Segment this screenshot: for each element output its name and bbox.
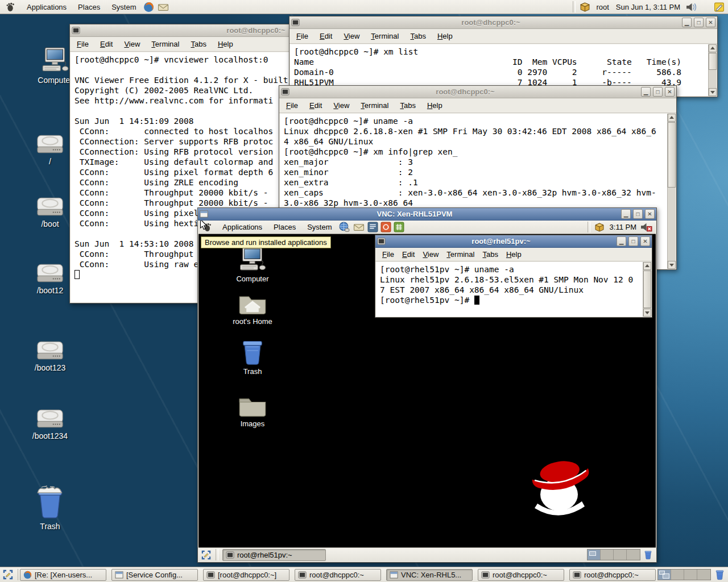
menu-help[interactable]: Help	[437, 32, 453, 40]
clock[interactable]: Sun Jun 1, 3:11 PM	[613, 0, 684, 14]
menu-view[interactable]: View	[423, 250, 439, 259]
close-button[interactable]: ✕	[640, 236, 650, 246]
scroll-thumb[interactable]	[668, 122, 676, 188]
titlebar[interactable]: root@rhel51pv:~ ▁□✕	[375, 235, 652, 248]
remote-icon-computer[interactable]: Computer	[231, 247, 274, 283]
trash-applet-icon[interactable]	[713, 567, 727, 582]
workspace-1[interactable]	[588, 550, 601, 560]
workspace-3[interactable]	[684, 569, 697, 580]
remote-impress-launcher-icon[interactable]	[379, 221, 392, 234]
desktop-icon-root-drive[interactable]: /	[29, 133, 71, 166]
menu-terminal[interactable]: Terminal	[151, 40, 179, 48]
workspace-2[interactable]	[601, 550, 614, 560]
volume-icon[interactable]	[684, 0, 700, 14]
remote-icon-images[interactable]: Images	[231, 394, 274, 428]
scroll-thumb[interactable]	[709, 53, 717, 70]
remote-menu-applications[interactable]: Applications	[217, 221, 268, 234]
terminal-output[interactable]: [root@rhel51pv ~]# uname -a Linux rhel51…	[376, 262, 651, 317]
close-button[interactable]: ✕	[706, 18, 715, 27]
remote-task-button[interactable]: root@rhel51pv:~	[222, 549, 326, 561]
scroll-up-button[interactable]	[668, 114, 676, 122]
menu-view[interactable]: View	[124, 40, 140, 48]
menu-view[interactable]: View	[333, 101, 349, 110]
menu-places[interactable]: Places	[72, 0, 106, 14]
remote-trash-applet-icon[interactable]	[640, 548, 656, 562]
menu-file[interactable]: File	[286, 101, 298, 110]
menu-system[interactable]: System	[106, 0, 142, 14]
remote-software-updater-icon[interactable]	[592, 221, 607, 234]
menu-file[interactable]: File	[296, 32, 308, 40]
remote-desktop[interactable]: Applications Places System 3:11 PM Brows…	[198, 221, 656, 562]
scroll-up-button[interactable]	[643, 262, 651, 270]
minimize-button[interactable]: ▁	[682, 18, 692, 27]
firefox-launcher-icon[interactable]	[142, 0, 156, 14]
menu-terminal[interactable]: Terminal	[446, 250, 474, 259]
task-button-firefox[interactable]: [Re: [Xen-users...	[20, 569, 106, 581]
menu-help[interactable]: Help	[218, 40, 233, 48]
close-button[interactable]: ✕	[645, 209, 655, 219]
desktop-icon-trash[interactable]: Trash	[29, 482, 71, 531]
menu-edit[interactable]: Edit	[100, 40, 113, 48]
remote-writer-launcher-icon[interactable]	[366, 221, 379, 234]
remote-icon-trash[interactable]: Trash	[231, 338, 274, 376]
workspace-3[interactable]	[614, 550, 627, 560]
task-button-terminal-1[interactable]: [root@dhcppc0:~]	[203, 569, 289, 581]
user-switcher[interactable]: root	[593, 0, 612, 14]
menu-edit[interactable]: Edit	[320, 32, 332, 40]
minimize-button[interactable]: ▁	[617, 236, 626, 246]
menu-file[interactable]: File	[77, 40, 89, 48]
menu-tabs[interactable]: Tabs	[482, 250, 498, 259]
workspace-4[interactable]	[697, 569, 710, 580]
titlebar[interactable]: root@dhcppc0:~ ▁□✕	[289, 16, 717, 29]
remote-volume-muted-icon[interactable]	[639, 221, 656, 234]
remote-browser-launcher-icon[interactable]	[337, 221, 351, 234]
scroll-down-button[interactable]	[668, 261, 676, 269]
remote-menu-system[interactable]: System	[301, 221, 337, 234]
workspace-1[interactable]	[658, 569, 671, 580]
close-button[interactable]: ✕	[665, 87, 675, 97]
menu-edit[interactable]: Edit	[309, 101, 322, 110]
desktop-icon-boot[interactable]: /boot	[29, 196, 71, 228]
remote-menu-places[interactable]: Places	[268, 221, 301, 234]
titlebar[interactable]: VNC: Xen-RHL51PVM ▁□✕	[198, 208, 656, 221]
menu-terminal[interactable]: Terminal	[361, 101, 388, 110]
remote-gnome-menu-icon[interactable]	[198, 221, 217, 234]
scroll-down-button[interactable]	[709, 88, 717, 96]
email-launcher-icon[interactable]	[156, 0, 171, 14]
workspace-2[interactable]	[671, 569, 684, 580]
task-button-terminal-4[interactable]: root@dhcppc0:~	[569, 569, 656, 581]
remote-panel-handle[interactable]	[588, 222, 590, 232]
remote-show-desktop-icon[interactable]	[198, 548, 214, 562]
show-desktop-icon[interactable]	[0, 567, 16, 582]
titlebar[interactable]: root@dhcppc0:~ ▁□✕	[279, 86, 676, 98]
remote-calc-launcher-icon[interactable]	[392, 221, 406, 234]
task-button-terminal-3[interactable]: root@dhcppc0:~	[478, 569, 564, 581]
remote-terminal-window[interactable]: root@rhel51pv:~ ▁□✕ File Edit View Termi…	[375, 235, 652, 318]
desktop-icon-boot12[interactable]: /boot12	[29, 262, 71, 295]
vnc-viewer-window[interactable]: VNC: Xen-RHL51PVM ▁□✕ Applications Place…	[197, 207, 657, 563]
workspace-switcher[interactable]	[657, 569, 711, 580]
menu-help[interactable]: Help	[427, 101, 442, 110]
scroll-thumb[interactable]	[643, 271, 651, 308]
scroll-up-button[interactable]	[709, 44, 717, 52]
remote-taskbar-handle[interactable]	[216, 549, 218, 560]
menu-tabs[interactable]: Tabs	[191, 40, 206, 48]
task-button-vnc[interactable]: VNC: Xen-RHL5...	[386, 569, 473, 581]
workspace-4[interactable]	[627, 550, 640, 560]
remote-email-launcher-icon[interactable]	[351, 221, 366, 234]
desktop-icon-boot1234[interactable]: /boot1234	[29, 408, 71, 440]
maximize-button[interactable]: □	[633, 209, 643, 219]
remote-workspace-switcher[interactable]	[587, 549, 640, 560]
desktop-icon-boot123[interactable]: /boot123	[29, 339, 71, 372]
menu-terminal[interactable]: Terminal	[371, 32, 399, 40]
menu-edit[interactable]: Edit	[402, 250, 415, 259]
gnome-menu-icon[interactable]	[0, 0, 21, 14]
menu-tabs[interactable]: Tabs	[410, 32, 425, 40]
maximize-button[interactable]: □	[628, 236, 638, 246]
scrollbar[interactable]	[667, 114, 676, 269]
menu-view[interactable]: View	[344, 32, 359, 40]
maximize-button[interactable]: □	[653, 87, 663, 97]
scrollbar[interactable]	[643, 262, 651, 317]
menu-file[interactable]: File	[382, 250, 394, 259]
minimize-button[interactable]: ▁	[641, 87, 651, 97]
